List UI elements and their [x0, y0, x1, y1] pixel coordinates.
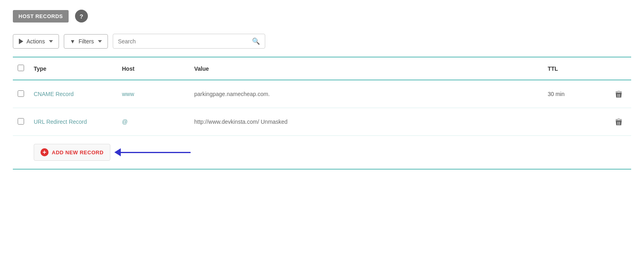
- row2-checkbox-cell: [13, 108, 29, 136]
- chevron-down-icon: [49, 40, 53, 43]
- row2-type: URL Redirect Record: [29, 108, 117, 136]
- row1-delete-button[interactable]: [612, 88, 626, 100]
- row1-host: www: [117, 80, 189, 108]
- page-header: HOST RECORDS ?: [13, 10, 631, 23]
- trash-icon: [615, 90, 622, 98]
- col-type: Type: [29, 57, 117, 80]
- row2-host: @: [117, 108, 189, 136]
- row1-checkbox-cell: [13, 80, 29, 108]
- help-button[interactable]: ?: [75, 10, 88, 23]
- play-icon: [19, 39, 23, 44]
- search-input[interactable]: [118, 38, 252, 45]
- actions-label: Actions: [26, 38, 45, 45]
- row2-checkbox[interactable]: [18, 118, 24, 125]
- table-header-row: Type Host Value TTL: [13, 57, 631, 80]
- row2-delete-button[interactable]: [612, 116, 626, 127]
- row1-delete-cell: [607, 80, 631, 108]
- col-host: Host: [117, 57, 189, 80]
- row1-type: CNAME Record: [29, 80, 117, 108]
- header-checkbox-cell: [13, 57, 29, 80]
- row2-ttl: [543, 108, 607, 136]
- row1-value: parkingpage.namecheap.com.: [189, 80, 543, 108]
- plus-circle-icon: +: [41, 148, 49, 156]
- filter-icon: ▼: [70, 38, 75, 45]
- add-new-label: ADD NEW RECORD: [52, 149, 104, 156]
- filters-button[interactable]: ▼ Filters: [64, 34, 108, 49]
- arrow-indicator: [118, 152, 191, 153]
- filters-label: Filters: [79, 38, 94, 45]
- add-new-record-button[interactable]: + ADD NEW RECORD: [34, 144, 110, 161]
- row2-delete-cell: [607, 108, 631, 136]
- add-record-container: + ADD NEW RECORD: [34, 144, 626, 161]
- add-record-spacer: [13, 136, 29, 170]
- add-record-row: + ADD NEW RECORD: [13, 136, 631, 170]
- table-row: CNAME Record www parkingpage.namecheap.c…: [13, 80, 631, 108]
- filters-chevron-icon: [98, 40, 102, 43]
- row2-value: http://www.devkinsta.com/ Unmasked: [189, 108, 543, 136]
- table-row: URL Redirect Record @ http://www.devkins…: [13, 108, 631, 136]
- toolbar: Actions ▼ Filters 🔍: [13, 34, 631, 57]
- col-actions: [607, 57, 631, 80]
- row1-ttl: 30 min: [543, 80, 607, 108]
- col-ttl: TTL: [543, 57, 607, 80]
- host-records-table: Type Host Value TTL CNAME Record www par…: [13, 57, 631, 170]
- search-box: 🔍: [113, 34, 265, 49]
- trash-icon: [615, 118, 622, 126]
- col-value: Value: [189, 57, 543, 80]
- search-icon[interactable]: 🔍: [252, 37, 260, 45]
- host-records-badge: HOST RECORDS: [13, 10, 69, 23]
- arrow-line: [118, 152, 191, 153]
- row1-checkbox[interactable]: [18, 90, 24, 97]
- select-all-checkbox[interactable]: [18, 65, 24, 71]
- add-record-cell: + ADD NEW RECORD: [29, 136, 631, 170]
- actions-button[interactable]: Actions: [13, 34, 59, 49]
